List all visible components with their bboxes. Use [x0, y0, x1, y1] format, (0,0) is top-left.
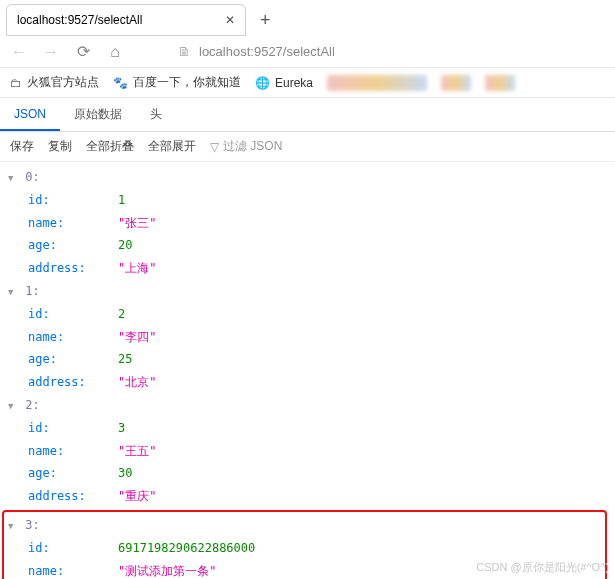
bookmark-baidu[interactable]: 🐾 百度一下，你就知道	[113, 74, 241, 91]
chevron-down-icon: ▼	[8, 170, 18, 187]
json-property: age:20	[28, 234, 607, 257]
json-property: name:"张三"	[28, 212, 607, 235]
json-node-toggle[interactable]: ▼ 1:	[8, 280, 607, 303]
json-property: id:3	[28, 417, 607, 440]
tab-title: localhost:9527/selectAll	[17, 13, 142, 27]
globe-icon: 🌐	[255, 76, 270, 90]
json-value: 3	[118, 417, 125, 440]
paw-icon: 🐾	[113, 76, 128, 90]
tab-raw[interactable]: 原始数据	[60, 98, 136, 131]
json-key: id:	[28, 537, 118, 560]
json-key: id:	[28, 189, 118, 212]
json-value: 6917198290622886000	[118, 537, 255, 560]
json-property: id:1	[28, 189, 607, 212]
tab-headers[interactable]: 头	[136, 98, 176, 131]
browser-tab[interactable]: localhost:9527/selectAll ✕	[6, 4, 246, 36]
json-value: "王五"	[118, 440, 156, 463]
json-key: name:	[28, 326, 118, 349]
address-bar[interactable]: 🗎 localhost:9527/selectAll	[138, 44, 605, 59]
view-tabs: JSON 原始数据 头	[0, 98, 615, 132]
close-icon[interactable]: ✕	[225, 13, 235, 27]
json-value: "上海"	[118, 257, 156, 280]
bookmark-firefox[interactable]: 🗀 火狐官方站点	[10, 74, 99, 91]
save-button[interactable]: 保存	[10, 138, 34, 155]
shield-icon: 🗎	[178, 44, 191, 59]
bookmarks-bar: 🗀 火狐官方站点 🐾 百度一下，你就知道 🌐 Eureka	[0, 68, 615, 98]
json-value: "张三"	[118, 212, 156, 235]
json-node-body: id:1name:"张三"age:20address:"上海"	[8, 189, 607, 280]
tab-json[interactable]: JSON	[0, 99, 60, 131]
url-text: localhost:9527/selectAll	[199, 44, 335, 59]
json-key: address:	[28, 257, 118, 280]
filter-input[interactable]: ▽ 过滤 JSON	[210, 138, 282, 155]
json-property: address:"上海"	[28, 257, 607, 280]
new-tab-button[interactable]: +	[252, 10, 279, 31]
forward-icon[interactable]: →	[42, 43, 60, 61]
json-property: id:6917198290622886000	[28, 537, 601, 560]
json-value: 30	[118, 462, 132, 485]
json-value: 25	[118, 348, 132, 371]
copy-button[interactable]: 复制	[48, 138, 72, 155]
json-key: name:	[28, 560, 118, 579]
json-key: age:	[28, 234, 118, 257]
json-node-toggle[interactable]: ▼ 0:	[8, 166, 607, 189]
json-value: "李四"	[118, 326, 156, 349]
json-property: name:"李四"	[28, 326, 607, 349]
json-value: 1	[118, 189, 125, 212]
json-key: name:	[28, 440, 118, 463]
json-property: name:"王五"	[28, 440, 607, 463]
json-key: age:	[28, 348, 118, 371]
back-icon[interactable]: ←	[10, 43, 28, 61]
json-viewer: ▼ 0:id:1name:"张三"age:20address:"上海"▼ 1:i…	[0, 162, 615, 579]
json-node-toggle[interactable]: ▼ 3:	[8, 514, 601, 537]
json-key: id:	[28, 417, 118, 440]
json-value: "重庆"	[118, 485, 156, 508]
home-icon[interactable]: ⌂	[106, 43, 124, 61]
json-property: id:2	[28, 303, 607, 326]
json-key: age:	[28, 462, 118, 485]
chevron-down-icon: ▼	[8, 518, 18, 535]
json-value: "北京"	[118, 371, 156, 394]
folder-icon: 🗀	[10, 76, 22, 90]
bookmark-eureka[interactable]: 🌐 Eureka	[255, 76, 313, 90]
reload-icon[interactable]: ⟳	[74, 42, 92, 61]
blurred-bookmark	[485, 75, 515, 91]
json-property: age:30	[28, 462, 607, 485]
json-property: address:"重庆"	[28, 485, 607, 508]
json-key: name:	[28, 212, 118, 235]
collapse-all-button[interactable]: 全部折叠	[86, 138, 134, 155]
json-node-body: id:2name:"李四"age:25address:"北京"	[8, 303, 607, 394]
expand-all-button[interactable]: 全部展开	[148, 138, 196, 155]
json-key: address:	[28, 485, 118, 508]
json-node-toggle[interactable]: ▼ 2:	[8, 394, 607, 417]
funnel-icon: ▽	[210, 140, 219, 154]
json-toolbar: 保存 复制 全部折叠 全部展开 ▽ 过滤 JSON	[0, 132, 615, 162]
json-property: address:"北京"	[28, 371, 607, 394]
json-value: "测试添加第一条"	[118, 560, 216, 579]
chevron-down-icon: ▼	[8, 284, 18, 301]
blurred-bookmark	[327, 75, 427, 91]
watermark: CSDN @原你是阳光(#^O^)	[476, 560, 609, 575]
blurred-bookmark	[441, 75, 471, 91]
chevron-down-icon: ▼	[8, 398, 18, 415]
json-key: id:	[28, 303, 118, 326]
json-value: 20	[118, 234, 132, 257]
json-value: 2	[118, 303, 125, 326]
json-node-body: id:3name:"王五"age:30address:"重庆"	[8, 417, 607, 508]
json-property: age:25	[28, 348, 607, 371]
json-key: address:	[28, 371, 118, 394]
